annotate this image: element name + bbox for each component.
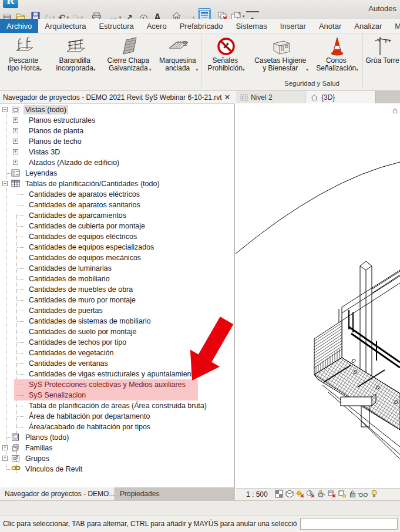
tree-item-label[interactable]: Cantidades de suelo por montaje	[27, 327, 138, 336]
tree-item-label[interactable]: Área/acabado de habitación por tipos	[27, 422, 152, 432]
dropdown-arrow-icon[interactable]: ▾	[149, 68, 152, 72]
dropdown-arrow-icon[interactable]: ▾	[40, 68, 42, 72]
ribbon-tab-sistemas[interactable]: Sistemas	[229, 19, 273, 33]
view-tab-nivel-2[interactable]: Nivel 2	[236, 91, 305, 103]
home-view-icon	[310, 94, 318, 101]
status-input-field[interactable]	[300, 518, 398, 530]
ribbon-button-grua[interactable]: Grúa Torre	[363, 33, 400, 78]
ribbon-button-label: ConosSeñalización	[316, 57, 356, 72]
switch-windows-icon-dropdown[interactable]: ▾	[243, 14, 245, 19]
tree-item-label[interactable]: Cantidades de aparatos eléctricos	[27, 190, 142, 199]
ribbon-tab-prefabricado[interactable]: Prefabricado	[173, 19, 230, 33]
tree-item-label[interactable]: Cantidades de techos por tipo	[27, 338, 128, 347]
tree-item-label[interactable]: Cantidades de cubierta por montaje	[27, 221, 147, 231]
tree-item-label[interactable]: Cantidades de ventanas	[27, 359, 110, 368]
tree-item-label[interactable]: Alzados (Alzado de edificio)	[27, 158, 121, 167]
tree-item-label[interactable]: Cantidades de muebles de obra	[27, 285, 135, 294]
dropdown-arrow-icon[interactable]: ▾	[306, 68, 308, 72]
tree-item-label[interactable]: Tabla de planificación de áreas (Área co…	[27, 401, 209, 410]
tree-item-label[interactable]: Planos estructurales	[27, 116, 97, 125]
tree-row: Planos (todo)	[0, 432, 235, 443]
tree-item-label[interactable]: Planos de planta	[27, 126, 85, 136]
tree-row: +Vistas 3D	[0, 147, 235, 157]
tree-expander-plus[interactable]: +	[13, 160, 18, 165]
ribbon-tab-acero[interactable]: Acero	[140, 19, 173, 33]
viewcube-home-icon[interactable]: ⌂	[392, 105, 398, 115]
ribbon-button-senales[interactable]: SeñalesProhibición▾	[201, 33, 251, 78]
tab-navegador-de-proyectos[interactable]: Navegador de proyectos - DEMO...	[0, 487, 115, 500]
ribbon-button-casetas[interactable]: Casetas Higieney Bienestar▾	[251, 33, 312, 78]
tree-expander-plus[interactable]: +	[13, 117, 18, 123]
title-bar: R▤↻▾↶▾↷▾↔▾↗1A◌▾▾▾ Autodes	[0, 0, 400, 19]
ribbon-tab-insertar[interactable]: Insertar	[274, 19, 312, 33]
tree-item-label[interactable]: Cantidades de sistemas de mobiliario	[27, 316, 153, 326]
tab-propiedades[interactable]: Propiedades	[115, 487, 235, 500]
tree-item-label[interactable]: Cantidades de vigas estructurales y apun…	[27, 369, 203, 379]
tree-item-label[interactable]: Cantidades de puertas	[27, 306, 105, 315]
tree-expander-plus[interactable]: +	[2, 456, 8, 461]
tree-item-label[interactable]: Planos (todo)	[23, 433, 70, 442]
tree-item-label[interactable]: Familias	[23, 443, 55, 453]
drawing-canvas[interactable]: ⌂	[236, 103, 400, 488]
tree-item-label[interactable]: Cantidades de equipos especializados	[27, 243, 156, 252]
tree-row: Área de habitación por departamento	[0, 411, 235, 422]
tree-expander-plus[interactable]: +	[13, 149, 18, 154]
tree-item-label[interactable]: Cantidades de mobiliario	[27, 274, 112, 284]
crop-view-icon[interactable]	[327, 489, 337, 499]
tree-item-label[interactable]: SyS Senalizacion	[27, 390, 88, 400]
ribbon-tab-archivo[interactable]: Archivo	[0, 19, 38, 33]
tree-expander-plus[interactable]: +	[13, 128, 18, 133]
tree-row: +Planos de techo	[0, 136, 235, 147]
show-crop-icon[interactable]	[337, 489, 348, 499]
ribbon-button-pescante[interactable]: Pescantetipo Horca▾	[0, 33, 49, 78]
tree-item-label[interactable]: Vínculos de Revit	[23, 464, 84, 474]
tree-item-label[interactable]: Cantidades de aparatos sanitarios	[27, 200, 142, 210]
casetas-icon	[271, 36, 292, 57]
ribbon-tab-arquitectura[interactable]: Arquitectura	[38, 19, 92, 33]
revit-logo[interactable]: R	[3, 0, 18, 8]
tree-expander-plus[interactable]: +	[13, 139, 18, 144]
tree-item-label[interactable]: Grupos	[23, 454, 51, 463]
tree-item-label[interactable]: Cantidades de luminarias	[27, 264, 113, 273]
view-scale[interactable]: 1 : 500	[246, 490, 268, 499]
tree-item-label[interactable]: Área de habitación por departamento	[27, 412, 152, 421]
lock-3d-icon[interactable]	[348, 489, 358, 499]
tree-row: Cantidades de cubierta por montaje	[0, 221, 235, 231]
tree-item-label[interactable]: Vistas 3D	[27, 147, 62, 157]
ribbon-tab-masa-y-empl[interactable]: Masa y empl	[388, 19, 400, 33]
dropdown-arrow-icon[interactable]: ▾	[196, 68, 199, 72]
dropdown-arrow-icon[interactable]: ▾	[93, 68, 96, 72]
tree-item-label[interactable]: Leyendas	[23, 169, 59, 178]
tree-expander-minus[interactable]: −	[2, 107, 8, 112]
dropdown-arrow-icon[interactable]: ▾	[243, 68, 245, 72]
tree-expander-minus[interactable]: −	[2, 181, 8, 186]
close-icon[interactable]: ✕	[222, 93, 233, 102]
tree-item-label[interactable]: Cantidades de vegetación	[27, 348, 116, 358]
tree-item-label[interactable]: Vistas (todo)	[23, 105, 68, 115]
ribbon-button-barandilla[interactable]: Barandillaincorporada▾	[49, 33, 102, 78]
reveal-hidden-icon[interactable]	[369, 489, 379, 499]
detail-level-icon[interactable]	[274, 489, 284, 499]
ribbon-button-cierre[interactable]: Cierre ChapaGalvanizada▾	[102, 33, 156, 78]
tree-item-label[interactable]: SyS Protecciones colectivas y Medios aux…	[27, 380, 187, 389]
dropdown-arrow-icon[interactable]: ▾	[356, 68, 358, 72]
sun-path-icon[interactable]	[295, 489, 305, 499]
view-tab-3d[interactable]: {3D}	[305, 91, 376, 103]
tree-item-label[interactable]: Planos de techo	[27, 137, 83, 146]
temporary-hide-icon[interactable]	[358, 489, 369, 500]
render-dialog-icon[interactable]	[316, 489, 327, 499]
tree-expander-plus[interactable]: +	[2, 445, 8, 450]
tree-item-label[interactable]: Tablas de planificación/Cantidades (todo…	[23, 179, 162, 188]
ribbon-button-marquesina[interactable]: Marquesinaanclada▾	[156, 33, 201, 78]
tree-item-label[interactable]: Cantidades de equipos mecánicos	[27, 253, 143, 262]
shadows-icon[interactable]	[305, 489, 316, 499]
ribbon-tab-anotar[interactable]: Anotar	[312, 19, 348, 33]
ribbon-tab-analizar[interactable]: Analizar	[348, 19, 388, 33]
tree-item-label[interactable]: Cantidades de equipos eléctricos	[27, 232, 139, 241]
tree-item-label[interactable]: Cantidades de aparcamientos	[27, 211, 128, 220]
tree-item-label[interactable]: Cantidades de muro por montaje	[27, 295, 137, 305]
ribbon-tab-estructura[interactable]: Estructura	[92, 19, 140, 33]
project-browser-header[interactable]: Navegador de proyectos - DEMO 2021 Revit…	[0, 91, 235, 104]
ribbon-button-conos[interactable]: ConosSeñalización▾	[312, 33, 362, 78]
visual-style-icon[interactable]	[284, 489, 295, 499]
